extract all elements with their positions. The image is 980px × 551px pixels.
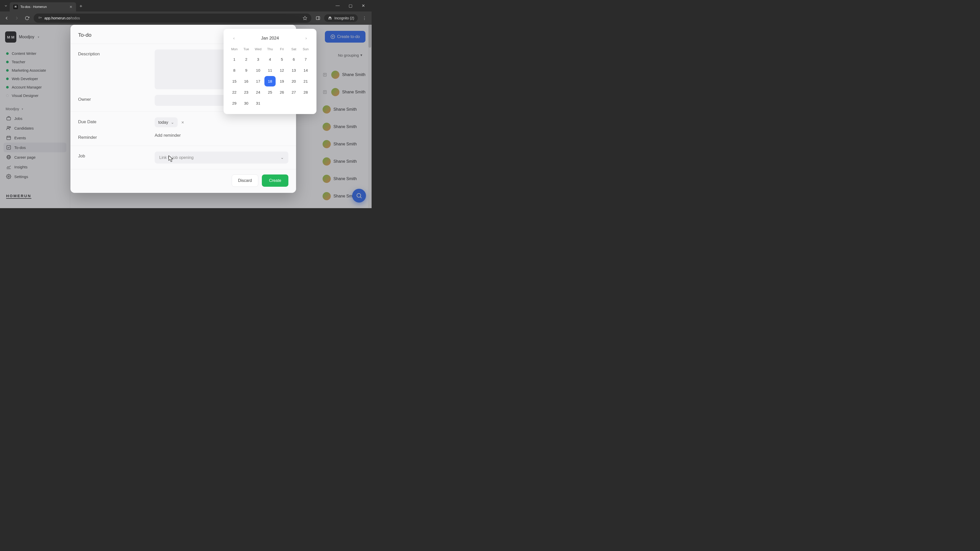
calendar-day[interactable]: 24 — [252, 87, 264, 97]
job-placeholder: Link to job opening — [159, 156, 193, 160]
svg-marker-3 — [303, 16, 307, 20]
calendar-day[interactable]: 6 — [288, 54, 300, 65]
side-panel-icon[interactable] — [314, 14, 321, 22]
browser-chrome: H To-dos · Homerun ✕ ＋ — ▢ ✕ app.homerun… — [0, 0, 372, 25]
calendar-day[interactable]: 3 — [252, 54, 264, 65]
chevron-down-icon: ⌄ — [171, 120, 174, 125]
calendar-day[interactable]: 15 — [229, 76, 240, 86]
tab-list-dropdown[interactable] — [2, 2, 10, 10]
create-button[interactable]: Create — [262, 175, 288, 187]
calendar-day[interactable]: 19 — [276, 76, 288, 86]
due-date-label: Due Date — [78, 118, 147, 127]
calendar-day[interactable]: 7 — [300, 54, 311, 65]
calendar-day[interactable]: 25 — [264, 87, 276, 97]
forward-button[interactable] — [13, 14, 21, 22]
calendar-day[interactable]: 13 — [288, 65, 300, 76]
calendar-day[interactable]: 10 — [252, 65, 264, 76]
tab-title: To-dos · Homerun — [21, 5, 47, 9]
calendar-day[interactable]: 2 — [241, 54, 252, 65]
job-select[interactable]: Link to job opening ⌄ — [155, 151, 288, 164]
calendar-day[interactable]: 27 — [288, 87, 300, 97]
calendar-day[interactable]: 31 — [252, 98, 264, 108]
calendar-day[interactable]: 18 — [264, 76, 276, 86]
incognito-indicator[interactable]: Incognito (2) — [324, 14, 358, 22]
calendar-day[interactable]: 5 — [276, 54, 288, 65]
add-reminder-button[interactable]: Add reminder — [155, 131, 181, 139]
close-window-button[interactable]: ✕ — [360, 3, 367, 8]
browser-tab[interactable]: H To-dos · Homerun ✕ — [10, 2, 76, 11]
calendar-dow-label: Sun — [300, 45, 311, 54]
calendar-day[interactable]: 26 — [276, 87, 288, 97]
modal-title: To-do — [78, 32, 92, 38]
incognito-icon — [328, 16, 332, 21]
due-date-clear-button[interactable]: ✕ — [180, 119, 185, 125]
tab-close-icon[interactable]: ✕ — [69, 5, 73, 9]
calendar-dow-label: Thu — [264, 45, 276, 54]
svg-point-2 — [41, 17, 41, 18]
calendar-day[interactable]: 9 — [241, 65, 252, 76]
incognito-label: Incognito (2) — [334, 16, 354, 20]
calendar-dow-label: Tue — [241, 45, 252, 54]
calendar-day[interactable]: 30 — [241, 98, 252, 108]
description-label: Description — [78, 49, 147, 89]
calendar-day[interactable]: 14 — [300, 65, 311, 76]
calendar-dow-label: Wed — [252, 45, 264, 54]
reload-button[interactable] — [24, 14, 30, 22]
calendar-day[interactable]: 21 — [300, 76, 311, 86]
browser-nav-bar: app.homerun.co/todos Incognito (2) ⋮ — [0, 11, 372, 25]
chevron-down-icon: ⌄ — [280, 155, 284, 160]
discard-button[interactable]: Discard — [232, 175, 258, 187]
date-picker-popover: ‹ Jan 2024 › MonTueWedThuFriSatSun123456… — [224, 29, 317, 114]
site-info-icon[interactable] — [38, 16, 42, 20]
address-bar[interactable]: app.homerun.co/todos — [34, 14, 311, 23]
bookmark-star-icon[interactable] — [303, 16, 307, 21]
calendar-dow-label: Sat — [288, 45, 300, 54]
maximize-button[interactable]: ▢ — [347, 3, 354, 8]
calendar-day[interactable]: 23 — [241, 87, 252, 97]
calendar-day[interactable]: 17 — [252, 76, 264, 86]
minimize-button[interactable]: — — [334, 3, 342, 8]
calendar-dow-label: Mon — [229, 45, 240, 54]
calendar-day[interactable]: 20 — [288, 76, 300, 86]
tab-favicon: H — [13, 5, 18, 9]
job-label: Job — [78, 151, 147, 164]
due-date-picker[interactable]: today ⌄ — [155, 118, 178, 127]
calendar-day[interactable]: 12 — [276, 65, 288, 76]
calendar-prev-button[interactable]: ‹ — [231, 35, 237, 41]
back-button[interactable] — [3, 14, 10, 22]
todo-modal: To-do ✕ Description late for the job. Ow… — [70, 25, 296, 193]
due-date-value: today — [158, 120, 168, 125]
calendar-day[interactable]: 8 — [229, 65, 240, 76]
calendar-day[interactable]: 28 — [300, 87, 311, 97]
calendar-dow-label: Fri — [276, 45, 288, 54]
owner-label: Owner — [78, 95, 147, 106]
calendar-day[interactable]: 29 — [229, 98, 240, 108]
calendar-next-button[interactable]: › — [304, 35, 309, 41]
reminder-label: Reminder — [78, 133, 147, 140]
new-tab-button[interactable]: ＋ — [79, 3, 83, 9]
app-root: M M Moodjoy ▾ Content WriterTeacherMarke… — [0, 25, 372, 208]
svg-rect-4 — [316, 17, 320, 20]
calendar-month-label: Jan 2024 — [261, 36, 279, 41]
calendar-day[interactable]: 1 — [229, 54, 240, 65]
calendar-grid: MonTueWedThuFriSatSun1234567891011121314… — [229, 45, 311, 108]
calendar-day[interactable]: 22 — [229, 87, 240, 97]
calendar-day[interactable]: 11 — [264, 65, 276, 76]
calendar-day[interactable]: 16 — [241, 76, 252, 86]
window-controls: — ▢ ✕ — [334, 3, 369, 8]
url-text: app.homerun.co/todos — [45, 16, 80, 20]
tab-bar: H To-dos · Homerun ✕ ＋ — ▢ ✕ — [0, 0, 372, 11]
calendar-day[interactable]: 4 — [264, 54, 276, 65]
browser-menu-button[interactable]: ⋮ — [360, 16, 369, 21]
